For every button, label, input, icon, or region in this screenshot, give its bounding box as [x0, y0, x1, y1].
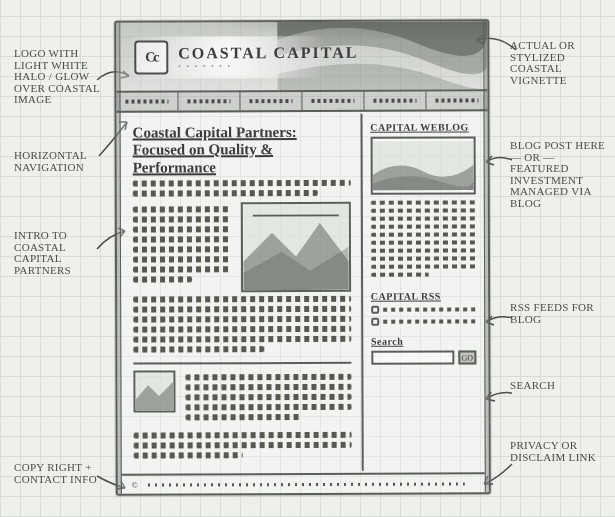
- logo-mark: Cc: [134, 40, 168, 74]
- rss-icon: [371, 318, 379, 326]
- weblog-title: CAPITAL WEBLOG: [370, 121, 475, 132]
- weblog-widget: CAPITAL WEBLOG: [370, 121, 476, 280]
- annotation-nav: Horizontal navigation: [14, 150, 109, 173]
- primary-nav: [116, 91, 487, 112]
- masthead: Cc COASTAL CAPITAL • • • • • • •: [116, 21, 487, 92]
- footer: [122, 472, 485, 493]
- search-widget: Search GO: [371, 335, 476, 364]
- rss-feed-item[interactable]: [371, 305, 476, 313]
- footer-copyright: [132, 480, 138, 489]
- rss-feed-item[interactable]: [371, 317, 476, 325]
- search-label: Search: [371, 335, 476, 346]
- feature-thumb: [133, 370, 175, 412]
- page-wireframe: Cc COASTAL CAPITAL • • • • • • • Coastal…: [114, 19, 491, 495]
- intro-image: [241, 202, 351, 292]
- headline-line2: Focused on Quality & Performance: [133, 141, 273, 175]
- feature-block: [133, 370, 351, 425]
- annotation-footer-left: Copy right + contact info: [14, 462, 109, 485]
- rss-widget: CAPITAL RSS: [371, 290, 476, 325]
- sidebar: CAPITAL WEBLOG: [362, 113, 485, 470]
- annotation-footer-right: Privacy or disclaim link: [510, 440, 605, 463]
- nav-item[interactable]: [240, 92, 302, 110]
- annotation-search: Search: [510, 380, 605, 392]
- intro-block: [133, 202, 351, 293]
- brand-name: COASTAL CAPITAL: [178, 44, 358, 63]
- page-headline: Coastal Capital Partners: Focused on Qua…: [133, 124, 351, 177]
- logo[interactable]: Cc COASTAL CAPITAL • • • • • • •: [130, 36, 368, 79]
- headline-line1: Coastal Capital Partners:: [133, 124, 297, 141]
- search-button[interactable]: GO: [458, 350, 476, 364]
- nav-item[interactable]: [364, 92, 426, 110]
- nav-item[interactable]: [178, 92, 240, 110]
- weblog-image[interactable]: [370, 136, 475, 194]
- annotation-vignette: Actual or stylized coastal vignette: [510, 40, 605, 86]
- brand-tagline: • • • • • • •: [178, 62, 358, 71]
- annotation-blog: Blog post here — or — featured investmen…: [510, 140, 610, 209]
- rss-title: CAPITAL RSS: [371, 290, 476, 301]
- annotation-logo: Logo with light white halo / glow over c…: [14, 48, 109, 106]
- annotation-rss: RSS feeds for blog: [510, 302, 605, 325]
- nav-item[interactable]: [302, 92, 364, 110]
- nav-item[interactable]: [426, 91, 487, 109]
- main-column: Coastal Capital Partners: Focused on Qua…: [121, 114, 364, 472]
- nav-item[interactable]: [116, 92, 178, 110]
- annotation-intro: Intro to Coastal Capital Partners: [14, 230, 109, 276]
- rss-icon: [371, 306, 379, 314]
- search-input[interactable]: [371, 350, 454, 364]
